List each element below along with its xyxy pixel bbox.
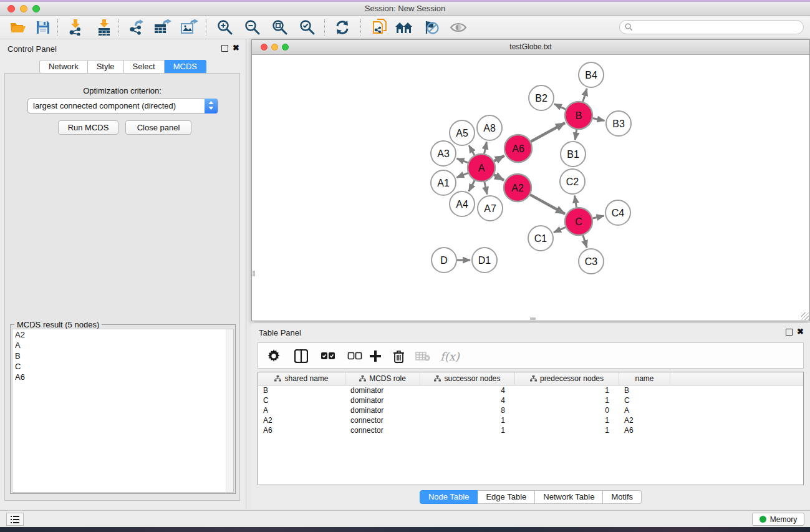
save-session-icon[interactable] (34, 18, 52, 37)
node-D[interactable]: D (432, 248, 456, 273)
open-file-icon[interactable] (9, 18, 27, 37)
node-A7[interactable]: A7 (478, 196, 503, 221)
table-cell[interactable]: C (619, 395, 670, 405)
add-column-icon[interactable] (369, 347, 382, 365)
node-C3[interactable]: C3 (579, 249, 604, 274)
tab-motifs[interactable]: Motifs (603, 490, 642, 504)
node-C2[interactable]: C2 (560, 169, 585, 194)
edge-C-C3[interactable] (583, 235, 587, 248)
edge-B-B3[interactable] (593, 118, 605, 121)
result-item[interactable]: C (12, 361, 233, 372)
edge-C-C1[interactable] (554, 227, 566, 232)
zoom-in-icon[interactable] (216, 18, 234, 37)
table-cell[interactable]: 8 (420, 405, 515, 415)
float-panel-icon[interactable] (221, 45, 228, 52)
table-row[interactable]: Cdominator41C (258, 395, 803, 405)
node-A3[interactable]: A3 (431, 141, 456, 166)
edge-B-B4[interactable] (583, 89, 587, 102)
settings-gear-icon[interactable] (267, 347, 281, 365)
result-scrollbar[interactable] (226, 329, 233, 492)
optimization-criterion-select[interactable]: largest connected component (directed) (27, 99, 218, 114)
node-A1[interactable]: A1 (431, 170, 456, 195)
network-window-titlebar[interactable]: testGlobe.txt (252, 40, 809, 55)
select-all-icon[interactable] (321, 347, 335, 365)
close-panel-icon[interactable]: ✖ (233, 43, 239, 52)
table-cell[interactable]: A (258, 405, 345, 415)
mcds-result-list[interactable]: A2ABCA6 (12, 329, 234, 493)
refresh-icon[interactable] (333, 18, 352, 37)
table-row[interactable]: A2connector11A2 (258, 415, 803, 425)
close-traffic-light[interactable] (261, 44, 268, 51)
table-row[interactable]: Bdominator41B (258, 385, 803, 395)
node-A5[interactable]: A5 (450, 120, 475, 145)
export-image-icon[interactable] (180, 18, 199, 37)
node-C[interactable]: C (565, 208, 592, 235)
table-cell[interactable]: connector (345, 415, 420, 425)
table-cell[interactable]: connector (345, 425, 420, 435)
node-A4[interactable]: A4 (450, 191, 475, 216)
tab-mcds[interactable]: MCDS (165, 60, 206, 74)
table-row[interactable]: Adominator80A (258, 405, 803, 415)
deselect-all-icon[interactable] (347, 347, 362, 365)
edge-C-C4[interactable] (592, 216, 604, 218)
import-network-icon[interactable] (66, 18, 85, 37)
column-header-predecessor-nodes[interactable]: predecessor nodes (515, 372, 619, 385)
edge-A2-C[interactable] (530, 195, 565, 214)
table-cell[interactable]: A2 (258, 415, 345, 425)
tab-network-table[interactable]: Network Table (535, 490, 603, 504)
node-A8[interactable]: A8 (477, 115, 502, 140)
column-header-successor-nodes[interactable]: successor nodes (420, 372, 515, 385)
node-C4[interactable]: C4 (605, 200, 630, 225)
node-C1[interactable]: C1 (528, 226, 553, 251)
result-item[interactable]: A6 (12, 372, 233, 382)
result-item[interactable]: A2 (12, 329, 233, 340)
column-header-MCDS-role[interactable]: MCDS role (345, 372, 420, 385)
node-B3[interactable]: B3 (606, 111, 631, 136)
table-row[interactable]: A6connector11A6 (258, 425, 803, 435)
node-D1[interactable]: D1 (472, 248, 497, 273)
search-input[interactable] (619, 20, 804, 34)
export-table-icon[interactable] (153, 18, 172, 37)
table-cell[interactable]: dominator (345, 405, 420, 415)
edge-B-B2[interactable] (554, 104, 566, 110)
minimize-traffic-light[interactable] (271, 44, 278, 51)
edge-A6-B[interactable] (531, 123, 565, 142)
close-traffic-light[interactable] (7, 5, 15, 12)
node-A[interactable]: A (468, 154, 495, 181)
table-cell[interactable]: 1 (515, 425, 619, 435)
table-cell[interactable]: 1 (420, 425, 515, 435)
table-cell[interactable]: 0 (515, 405, 619, 415)
edge-A-A2[interactable] (494, 175, 504, 180)
node-B4[interactable]: B4 (579, 62, 604, 87)
table-cell[interactable]: 1 (420, 415, 515, 425)
table-cell[interactable]: 1 (515, 395, 619, 405)
table-cell[interactable]: A6 (258, 425, 345, 435)
tab-edge-table[interactable]: Edge Table (478, 490, 535, 504)
node-B2[interactable]: B2 (529, 85, 554, 110)
table-cell[interactable]: 1 (515, 415, 619, 425)
export-network-icon[interactable] (127, 18, 146, 37)
zoom-traffic-light[interactable] (282, 44, 289, 51)
node-table[interactable]: shared nameMCDS rolesuccessor nodesprede… (258, 372, 804, 485)
window-resize-handle[interactable] (801, 312, 809, 320)
table-cell[interactable]: A (619, 405, 670, 415)
edge-A-A4[interactable] (469, 180, 475, 191)
edge-A-A1[interactable] (456, 173, 468, 177)
show-graphics-eye-icon[interactable] (449, 18, 468, 37)
import-table-icon[interactable] (95, 18, 113, 37)
edge-A-A8[interactable] (485, 142, 487, 154)
edge-A-A7[interactable] (485, 181, 487, 194)
close-panel-icon[interactable]: ✖ (797, 327, 804, 336)
edge-C-C2[interactable] (575, 196, 577, 208)
tab-network[interactable]: Network (39, 60, 88, 74)
column-header-name[interactable]: name (619, 372, 670, 385)
tab-node-table[interactable]: Node Table (420, 490, 478, 504)
zoom-traffic-light[interactable] (32, 5, 40, 12)
node-A6[interactable]: A6 (504, 135, 532, 162)
result-item[interactable]: B (12, 351, 233, 361)
zoom-selected-icon[interactable] (298, 18, 317, 37)
close-panel-button[interactable]: Close panel (125, 120, 191, 135)
table-cell[interactable]: C (258, 395, 345, 405)
hide-flags-icon[interactable] (422, 18, 440, 37)
run-mcds-button[interactable]: Run MCDS (58, 120, 118, 135)
